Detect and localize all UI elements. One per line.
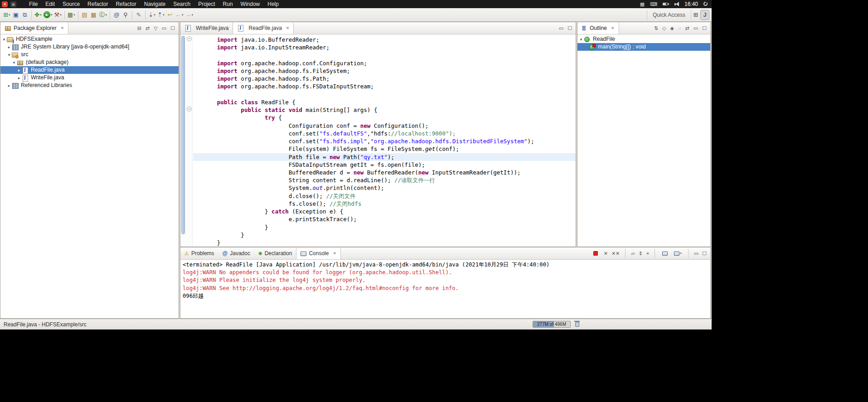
clear-console-button[interactable]: ▱ xyxy=(631,251,635,256)
display-icon[interactable]: ▦ xyxy=(640,1,645,7)
quick-access[interactable]: Quick Access xyxy=(647,10,691,20)
code-line[interactable]: import java.io.InputStreamReader; xyxy=(193,44,576,51)
close-tab-icon[interactable]: ✕ xyxy=(286,26,290,30)
link-with-editor-button[interactable]: ⇄ xyxy=(685,26,689,31)
code-line[interactable]: import org.apache.hadoop.conf.Configurat… xyxy=(193,59,576,67)
battery-icon[interactable] xyxy=(663,3,669,5)
collapse-arrow-icon[interactable]: ▾ xyxy=(1,37,7,42)
save-button[interactable]: ▣ xyxy=(11,10,20,20)
menu-item-edit[interactable]: Edit xyxy=(45,0,55,8)
tree-item-referenced-libraries[interactable]: ▸Referenced Libraries xyxy=(0,82,179,89)
previous-annotation-button[interactable]: ⇡▾ xyxy=(156,10,165,20)
tree-item-main-string-void[interactable]: main(String[]) : void xyxy=(577,43,710,51)
menu-item-help[interactable]: Help xyxy=(267,0,279,8)
outline-tab[interactable]: ≣ Outline ✕ xyxy=(577,22,619,34)
save-all-button[interactable]: ⧉ xyxy=(20,10,29,20)
code-line[interactable]: fs.close(); //关闭hdfs xyxy=(193,200,576,208)
code-line[interactable]: try { xyxy=(193,114,576,121)
code-line[interactable]: import org.apache.hadoop.fs.Path; xyxy=(193,75,576,82)
tab-declaration[interactable]: ◉Declaration xyxy=(254,247,296,259)
tree-item-jre-system-library-java-8-openjdk-amd64[interactable]: ▸JRE System Library [java-8-openjdk-amd6… xyxy=(0,43,179,51)
coverage-button[interactable]: ▦▾ xyxy=(67,10,76,20)
code-line[interactable]: conf.set("fs.defaultFS","hdfs://localhos… xyxy=(193,130,576,137)
tab-console[interactable]: Console✕ xyxy=(296,247,341,259)
close-tab-icon[interactable]: ✕ xyxy=(61,26,64,30)
open-console-button[interactable]: ▾ xyxy=(673,248,683,258)
code-line[interactable]: BufferedReader d = new BufferedReader(ne… xyxy=(193,169,576,176)
sort-button[interactable]: ⇅ xyxy=(654,26,658,31)
fold-collapse-icon[interactable]: − xyxy=(187,107,192,111)
hide-non-public-button[interactable]: ◌ xyxy=(678,26,681,31)
power-icon[interactable] xyxy=(703,1,709,7)
menu-item-refactor[interactable]: Refactor xyxy=(87,0,108,8)
javadoc-button[interactable]: @ xyxy=(112,10,121,20)
tree-item-readfile-java[interactable]: ▸ReadFile.java xyxy=(0,66,179,74)
minimize-view-button[interactable]: ▭ xyxy=(162,26,166,31)
scroll-lock-button[interactable]: ⇕ xyxy=(639,251,643,256)
last-edit-location-button[interactable]: ↩ xyxy=(165,10,175,20)
tree-item-src[interactable]: ▾src xyxy=(0,51,179,58)
code-line[interactable]: d.close(); //关闭文件 xyxy=(193,192,576,200)
hide-fields-button[interactable]: ◇ xyxy=(662,26,666,31)
code-line[interactable]: import java.io.BufferedReader; xyxy=(193,36,576,44)
minimize-view-button[interactable]: ▭ xyxy=(694,251,698,256)
new-class-button[interactable]: Ⓒ▾ xyxy=(98,10,108,20)
code-line[interactable]: } xyxy=(193,231,576,239)
search-button[interactable]: ⚲ xyxy=(121,10,130,20)
code-line[interactable]: conf.set("fs.hdfs.impl","org.apache.hado… xyxy=(193,137,576,145)
menu-item-refactor-2[interactable]: Refactor xyxy=(116,0,136,8)
expand-arrow-icon[interactable]: ▸ xyxy=(6,83,12,88)
window-close-button[interactable]: ✕ xyxy=(2,1,8,7)
close-tab-icon[interactable]: ✕ xyxy=(333,251,336,256)
pin-console-button[interactable]: ⌖ xyxy=(646,251,649,256)
fold-collapse-icon[interactable]: − xyxy=(187,36,192,41)
menu-item-window[interactable]: Window xyxy=(241,0,260,8)
menu-item-navigate[interactable]: Navigate xyxy=(144,0,165,8)
tab-javadoc[interactable]: @Javadoc xyxy=(218,247,254,259)
code-line[interactable]: public class ReadFile { xyxy=(193,98,576,106)
menu-item-file[interactable]: File xyxy=(29,0,38,8)
tree-item-readfile[interactable]: ▾ReadFile xyxy=(577,35,710,43)
package-explorer-tab[interactable]: Package Explorer ✕ xyxy=(0,22,68,34)
tree-item-writefile-java[interactable]: ▸WriteFile.java xyxy=(0,74,179,82)
forward-button[interactable]: →▾ xyxy=(184,10,194,20)
editor-scrollbar[interactable] xyxy=(181,36,185,234)
garbage-collect-button[interactable] xyxy=(574,321,580,328)
remove-launch-button[interactable]: ✕ xyxy=(604,251,608,256)
remove-all-launches-button[interactable]: ✕✕ xyxy=(611,251,620,256)
code-line[interactable]: } xyxy=(193,223,576,231)
code-line[interactable] xyxy=(193,91,576,98)
editor-tab-writefile-java[interactable]: WriteFile.java xyxy=(180,22,233,34)
java-perspective-button[interactable]: J xyxy=(700,10,709,20)
maximize-view-button[interactable]: ☐ xyxy=(170,26,175,31)
new-package-button[interactable]: ▩ xyxy=(89,10,98,20)
code-line[interactable]: import org.apache.hadoop.fs.FileSystem; xyxy=(193,67,576,75)
code-line[interactable]: File(system) FileSystem fs = FileSystem.… xyxy=(193,145,576,153)
code-line[interactable]: String content = d.readLine(); //读取文件一行 xyxy=(193,176,576,184)
maximize-view-button[interactable]: ☐ xyxy=(702,26,707,31)
tab-problems[interactable]: ⚠Problems xyxy=(180,247,218,259)
terminate-button[interactable] xyxy=(591,248,600,258)
code-line[interactable]: System.out.println(content); xyxy=(193,184,576,192)
collapse-arrow-icon[interactable]: ▾ xyxy=(11,60,17,65)
collapse-arrow-icon[interactable]: ▾ xyxy=(578,37,584,42)
collapse-arrow-icon[interactable]: ▾ xyxy=(6,53,12,57)
new-java-project-button[interactable]: ▤ xyxy=(80,10,89,20)
menu-item-project[interactable]: Project xyxy=(198,0,215,8)
run-button[interactable]: ▶▾ xyxy=(43,10,53,20)
expand-arrow-icon[interactable]: ▸ xyxy=(16,76,22,80)
code-line[interactable]: Configuration conf = new Configuration()… xyxy=(193,122,576,130)
code-line[interactable]: public static void main(String[] args) { xyxy=(193,106,576,114)
view-menu-button[interactable]: ▽ xyxy=(154,26,157,31)
code-line[interactable]: FSDataInputStream getIt = fs.open(file); xyxy=(193,161,576,169)
expand-arrow-icon[interactable]: ▸ xyxy=(6,45,12,49)
expand-arrow-icon[interactable]: ▸ xyxy=(16,68,22,73)
menu-item-search[interactable]: Search xyxy=(173,0,190,8)
debug-button[interactable]: ✤▾ xyxy=(34,10,43,20)
collapse-all-button[interactable]: ⊟ xyxy=(137,26,141,31)
minimize-view-button[interactable]: ▭ xyxy=(559,26,563,31)
code-line[interactable]: } catch (Exception e) { xyxy=(193,208,576,215)
display-selected-console-button[interactable] xyxy=(660,248,669,258)
code-line[interactable] xyxy=(193,51,576,59)
code-line[interactable]: Path file = new Path("qy.txt"); xyxy=(193,153,576,161)
